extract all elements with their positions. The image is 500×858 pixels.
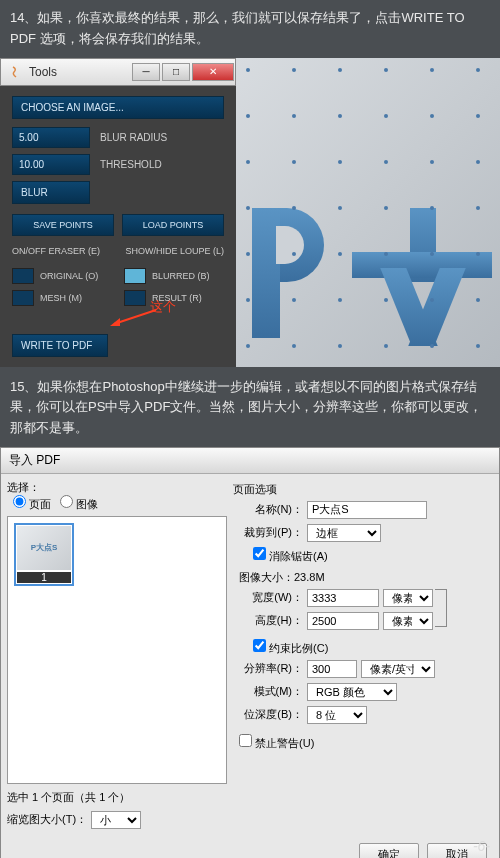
choose-image-button[interactable]: CHOOSE AN IMAGE... [12,96,224,119]
ok-button[interactable]: 确定 [359,843,419,858]
depth-select[interactable]: 8 位 [307,706,367,724]
width-label: 宽度(W)： [239,590,303,605]
blurred-label: BLURRED (B) [152,271,216,281]
radio-image[interactable] [60,495,73,508]
window-buttons: ─ □ ✕ [131,63,235,81]
tools-window: Tools ─ □ ✕ CHOOSE AN IMAGE... 5.00 BLUR… [0,58,236,367]
page-number: -6- [473,838,490,854]
titlebar: Tools ─ □ ✕ [0,58,236,86]
name-input[interactable] [307,501,427,519]
blur-button[interactable]: BLUR [12,181,90,204]
dialog-right-panel: 页面选项 名称(N)： 裁剪到(P)： 边框 消除锯齿(A) 图像大小：23.8… [233,480,493,829]
thumb-text: P大点S [31,542,58,553]
blur-radius-input[interactable]: 5.00 [12,127,90,148]
result-swatch[interactable] [124,290,146,306]
mode-label: 模式(M)： [239,684,303,699]
tools-body: CHOOSE AN IMAGE... 5.00 BLUR RADIUS 10.0… [0,86,236,367]
thumb-size-label: 缩览图大小(T)： [7,812,87,827]
radio-image-label: 图像 [76,498,98,510]
width-input[interactable] [307,589,379,607]
load-points-button[interactable]: LOAD POINTS [122,214,224,236]
maximize-button[interactable]: □ [162,63,190,81]
selection-info: 选中 1 个页面（共 1 个） [7,790,227,805]
crop-label: 裁剪到(P)： [239,525,303,540]
image-size-label: 图像大小：23.8M [239,570,493,585]
import-pdf-dialog: 导入 PDF 选择： 页面 图像 P大点S 1 选中 1 个页面（共 1 个） … [0,447,500,858]
select-label: 选择： [7,481,40,493]
svg-marker-1 [110,318,120,326]
preview-canvas [236,58,500,367]
save-points-button[interactable]: SAVE POINTS [12,214,114,236]
preview-letter-da [352,208,492,348]
thumb-number: 1 [17,572,71,583]
threshold-input[interactable]: 10.00 [12,154,90,175]
antialias-label: 消除锯齿(A) [269,550,328,562]
close-button[interactable]: ✕ [192,63,234,81]
height-label: 高度(H)： [239,613,303,628]
radio-page[interactable] [13,495,26,508]
original-label: ORIGINAL (O) [40,271,104,281]
resolution-label: 分辨率(R)： [239,661,303,676]
thumbnail-area[interactable]: P大点S 1 [7,516,227,784]
crop-select[interactable]: 边框 [307,524,381,542]
original-swatch[interactable] [12,268,34,284]
antialias-checkbox[interactable] [253,547,266,560]
pdf-thumbnail[interactable]: P大点S 1 [14,523,74,586]
preview-letter-p [252,208,340,338]
java-icon [7,64,23,80]
eraser-toggle-label[interactable]: ON/OFF ERASER (E) [12,246,100,256]
annotation-text: 这个 [150,298,176,316]
width-unit-select[interactable]: 像素 [383,589,433,607]
suppress-warnings-label: 禁止警告(U) [255,737,314,749]
height-input[interactable] [307,612,379,630]
tools-and-preview: Tools ─ □ ✕ CHOOSE AN IMAGE... 5.00 BLUR… [0,58,500,367]
step-14-text: 14、如果，你喜欢最终的结果，那么，我们就可以保存结果了，点击WRITE TO … [0,0,500,58]
suppress-warnings-checkbox[interactable] [239,734,252,747]
threshold-label: THRESHOLD [100,159,162,170]
blurred-swatch[interactable] [124,268,146,284]
constrain-checkbox[interactable] [253,639,266,652]
resolution-input[interactable] [307,660,357,678]
resolution-unit-select[interactable]: 像素/英寸 [361,660,435,678]
page-options-label: 页面选项 [233,482,493,497]
blur-radius-label: BLUR RADIUS [100,132,167,143]
mesh-label: MESH (M) [40,293,104,303]
loupe-toggle-label[interactable]: SHOW/HIDE LOUPE (L) [125,246,224,256]
thumb-size-select[interactable]: 小 [91,811,141,829]
minimize-button[interactable]: ─ [132,63,160,81]
depth-label: 位深度(B)： [239,707,303,722]
step-15-text: 15、如果你想在Photoshop中继续进一步的编辑，或者想以不同的图片格式保存… [0,367,500,447]
mesh-swatch[interactable] [12,290,34,306]
constrain-label: 约束比例(C) [269,642,328,654]
mode-select[interactable]: RGB 颜色 [307,683,397,701]
name-label: 名称(N)： [239,502,303,517]
radio-page-label: 页面 [29,498,51,510]
height-unit-select[interactable]: 像素 [383,612,433,630]
write-to-pdf-button[interactable]: WRITE TO PDF [12,334,108,357]
dialog-title: 导入 PDF [1,448,499,474]
link-icon[interactable] [435,589,447,627]
window-title: Tools [29,65,57,79]
dialog-left-panel: 选择： 页面 图像 P大点S 1 选中 1 个页面（共 1 个） 缩览图大小(T… [7,480,227,829]
dialog-footer: 确定 取消 [1,835,499,858]
